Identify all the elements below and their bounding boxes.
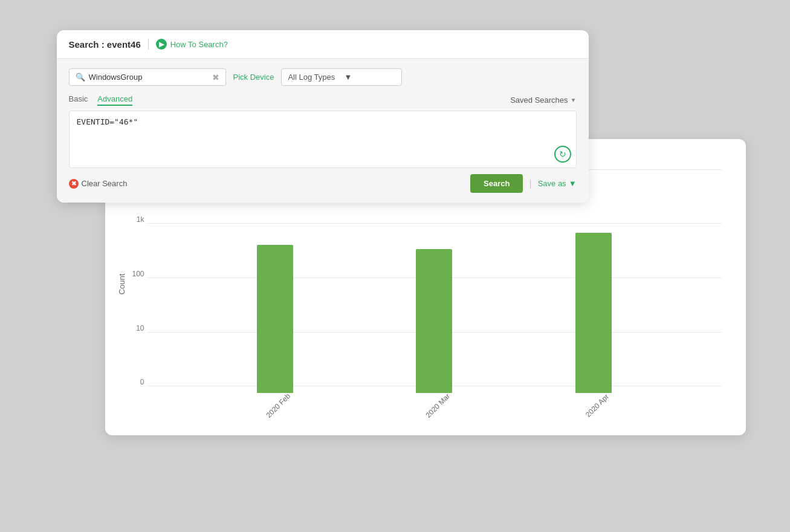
x-label-apr: 2020 Apr: [584, 392, 610, 419]
bar-apr: [575, 233, 612, 393]
x-label-feb: 2020 Feb: [265, 392, 293, 420]
how-to-search-link[interactable]: How To Search?: [170, 40, 228, 49]
bar-feb: [257, 245, 293, 393]
x-label-mar: 2020 Mar: [424, 392, 452, 420]
x-axis: 2020 Feb 2020 Mar 2020 Apr: [147, 393, 722, 411]
pick-device-link[interactable]: Pick Device: [233, 73, 274, 82]
tabs-left: Basic Advanced: [69, 94, 133, 106]
separator: |: [529, 178, 531, 189]
y-label-100: 100: [123, 270, 144, 278]
page-title: Search : event46: [69, 39, 141, 50]
saved-searches-caret-icon: ▼: [571, 97, 577, 103]
chevron-down-icon: ▼: [344, 73, 395, 82]
action-row: ✖ Clear Search Search | Save as ▼: [69, 174, 577, 193]
save-as-label: Save as: [538, 179, 566, 188]
query-textarea[interactable]: EVENTID="46*": [70, 111, 576, 166]
search-icon: 🔍: [76, 73, 85, 82]
search-input-wrapper[interactable]: 🔍 ✖: [69, 68, 226, 86]
clear-input-icon[interactable]: ✖: [212, 73, 219, 82]
bar-group-apr: [575, 233, 612, 393]
bar-group-feb: [257, 245, 293, 393]
save-as-caret-icon: ▼: [569, 179, 577, 188]
clear-search-button[interactable]: ✖ Clear Search: [69, 179, 128, 189]
header-divider: [148, 39, 149, 50]
y-label-0: 0: [123, 378, 144, 386]
save-as-button[interactable]: Save as ▼: [538, 179, 577, 188]
search-card-body: 🔍 ✖ Pick Device All Log Types ▼ Basic Ad…: [57, 59, 589, 203]
log-type-label: All Log Types: [288, 73, 339, 82]
tab-basic[interactable]: Basic: [69, 94, 88, 106]
clear-search-icon: ✖: [69, 179, 79, 189]
bar-mar: [416, 249, 452, 393]
info-icon[interactable]: ▶: [156, 39, 167, 50]
search-input[interactable]: [89, 73, 209, 82]
log-type-select[interactable]: All Log Types ▼: [281, 68, 402, 86]
tab-advanced[interactable]: Advanced: [97, 94, 132, 106]
saved-searches-label: Saved Searches: [510, 96, 568, 105]
tabs-row: Basic Advanced Saved Searches ▼: [69, 94, 577, 106]
saved-searches-dropdown[interactable]: Saved Searches ▼: [510, 96, 576, 105]
search-card-header: Search : event46 ▶ How To Search?: [57, 30, 589, 59]
action-right: Search | Save as ▼: [470, 174, 576, 193]
refresh-icon[interactable]: ↻: [554, 146, 571, 163]
search-button[interactable]: Search: [470, 174, 523, 193]
y-label-1k: 1k: [123, 215, 144, 224]
search-bar-row: 🔍 ✖ Pick Device All Log Types ▼: [69, 68, 577, 86]
bar-group-mar: [416, 249, 452, 393]
y-label-10: 10: [123, 324, 144, 332]
search-card: Search : event46 ▶ How To Search? 🔍 ✖ Pi…: [57, 30, 589, 203]
clear-search-label: Clear Search: [82, 179, 128, 188]
query-area: EVENTID="46*" ↻: [69, 111, 577, 168]
